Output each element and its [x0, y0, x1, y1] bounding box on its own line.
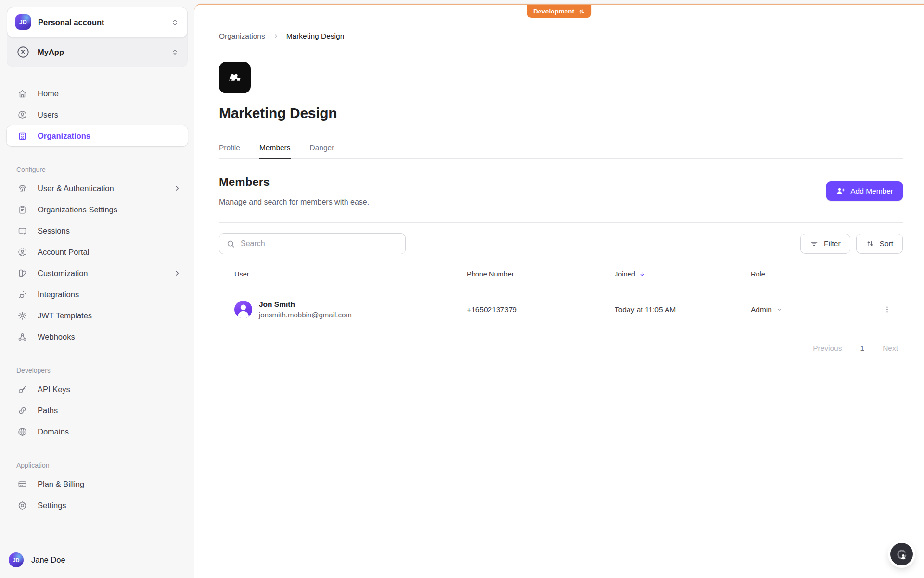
sidebar-item-api-keys[interactable]: API Keys	[7, 379, 188, 400]
personal-account-avatar: JD	[15, 14, 31, 30]
sidebar-item-label: Account Portal	[38, 248, 89, 257]
user-name: Jane Doe	[31, 555, 65, 565]
breadcrumb: Organizations Marketing Design	[219, 32, 903, 40]
member-user-cell: Jon Smith jonsmith.mobbin@gmail.com	[219, 300, 467, 319]
filter-button[interactable]: Filter	[800, 234, 850, 254]
add-member-button[interactable]: Add Member	[826, 181, 903, 201]
personal-account-switcher[interactable]: JD Personal account	[7, 7, 188, 38]
home-icon	[17, 89, 27, 99]
members-subtitle: Manage and search for members with ease.	[219, 198, 369, 207]
members-table: User Phone Number Joined Role	[219, 261, 903, 332]
sidebar-item-plan-billing[interactable]: Plan & Billing	[7, 473, 188, 495]
environment-badge[interactable]: Development	[527, 5, 591, 18]
member-avatar	[234, 301, 252, 318]
sidebar-item-label: Organizations	[38, 131, 90, 141]
member-role-value: Admin	[751, 305, 772, 314]
sort-arrows-icon	[866, 239, 874, 248]
pagination: Previous 1 Next	[219, 344, 903, 353]
tab-profile[interactable]: Profile	[219, 144, 240, 158]
sidebar-item-user-authentication[interactable]: User & Authentication	[7, 178, 188, 199]
add-member-label: Add Member	[850, 187, 893, 196]
column-header-user: User	[219, 270, 467, 278]
sidebar-item-organizations[interactable]: Organizations	[7, 125, 188, 146]
building-icon	[17, 131, 27, 141]
sidebar-section-developers: Developers	[7, 367, 188, 374]
sidebar-item-label: User & Authentication	[38, 184, 114, 193]
chevron-up-down-icon	[171, 48, 179, 56]
sidebar-nav: Home Users Organizations Configure User …	[7, 83, 188, 516]
sidebar-item-users[interactable]: Users	[7, 104, 188, 125]
sort-button[interactable]: Sort	[856, 234, 903, 254]
tab-members[interactable]: Members	[259, 144, 291, 158]
chevron-right-icon	[173, 184, 181, 192]
sidebar: JD Personal account MyApp Home	[0, 0, 194, 578]
members-toolbar: Filter Sort	[219, 233, 903, 254]
clipboard-icon	[17, 205, 27, 215]
pagination-next[interactable]: Next	[883, 344, 898, 353]
sidebar-item-label: Users	[38, 110, 58, 119]
sidebar-item-webhooks[interactable]: Webhooks	[7, 326, 188, 347]
chevron-right-icon	[173, 269, 181, 277]
member-row[interactable]: Jon Smith jonsmith.mobbin@gmail.com +165…	[219, 287, 903, 332]
tab-danger[interactable]: Danger	[310, 144, 334, 158]
chevron-right-icon	[272, 33, 279, 39]
chevron-down-icon	[776, 306, 783, 313]
search-box[interactable]	[219, 233, 406, 254]
sidebar-item-label: Settings	[38, 501, 66, 510]
sidebar-item-label: Sessions	[38, 226, 70, 236]
app-label: MyApp	[38, 48, 64, 57]
page-title: Marketing Design	[219, 105, 903, 121]
plug-icon	[17, 289, 27, 300]
member-phone: +16502137379	[467, 305, 615, 314]
member-email: jonsmith.mobbin@gmail.com	[259, 311, 352, 319]
sort-descending-arrow-icon	[639, 270, 646, 277]
search-input[interactable]	[241, 239, 398, 248]
member-name: Jon Smith	[259, 300, 352, 309]
sidebar-item-customization[interactable]: Customization	[7, 263, 188, 284]
fingerprint-icon	[17, 184, 27, 194]
sidebar-section-application: Application	[7, 461, 188, 469]
filter-label: Filter	[824, 239, 840, 248]
key-icon	[17, 384, 27, 394]
search-icon	[226, 239, 235, 249]
members-heading: Members	[219, 175, 369, 189]
pagination-previous[interactable]: Previous	[813, 344, 842, 353]
swatch-icon	[17, 268, 27, 278]
sidebar-item-jwt-templates[interactable]: JWT Templates	[7, 305, 188, 326]
sidebar-item-settings[interactable]: Settings	[7, 495, 188, 516]
webhook-icon	[17, 332, 27, 342]
column-header-joined[interactable]: Joined	[615, 270, 751, 278]
sidebar-item-paths[interactable]: Paths	[7, 400, 188, 421]
column-header-joined-label: Joined	[615, 270, 635, 278]
user-plus-icon	[836, 186, 845, 196]
member-role-select[interactable]: Admin	[751, 305, 871, 314]
sidebar-item-account-portal[interactable]: Account Portal	[7, 241, 188, 263]
user-circle-icon	[17, 110, 27, 120]
personal-account-label: Personal account	[38, 18, 104, 27]
user-menu[interactable]: JD Jane Doe	[7, 550, 188, 570]
gear-icon	[17, 500, 27, 511]
tabs: Profile Members Danger	[219, 144, 903, 159]
column-header-role: Role	[751, 270, 871, 278]
cog-burst-icon	[17, 311, 27, 321]
sidebar-item-label: Home	[38, 89, 59, 98]
row-actions-menu-button[interactable]	[879, 302, 895, 318]
table-header-row: User Phone Number Joined Role	[219, 261, 903, 287]
sidebar-item-organizations-settings[interactable]: Organizations Settings	[7, 199, 188, 220]
sidebar-item-label: API Keys	[38, 385, 70, 394]
app-logo-icon	[16, 45, 30, 59]
sidebar-section-configure: Configure	[7, 166, 188, 173]
sidebar-item-label: Integrations	[38, 290, 79, 299]
clerk-help-button[interactable]	[890, 543, 913, 565]
organization-logo	[219, 62, 251, 93]
sidebar-item-integrations[interactable]: Integrations	[7, 284, 188, 305]
app-switcher[interactable]: MyApp	[7, 37, 187, 67]
sidebar-item-label: Webhooks	[38, 332, 75, 342]
account-switcher: JD Personal account MyApp	[7, 7, 188, 67]
sidebar-item-home[interactable]: Home	[7, 83, 188, 104]
sidebar-item-domains[interactable]: Domains	[7, 421, 188, 442]
sidebar-item-sessions[interactable]: Sessions	[7, 220, 188, 241]
breadcrumb-organizations[interactable]: Organizations	[219, 32, 265, 40]
pagination-current-page[interactable]: 1	[860, 344, 865, 353]
divider	[219, 222, 903, 223]
